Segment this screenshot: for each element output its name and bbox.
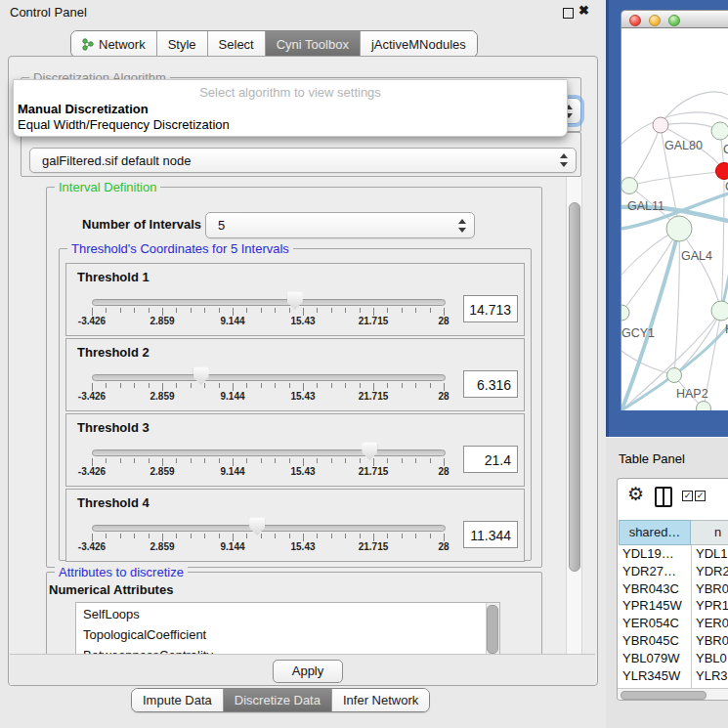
float-window-icon[interactable] — [563, 8, 574, 19]
slider-tick — [275, 458, 276, 463]
slider-thumb[interactable] — [193, 366, 209, 385]
slider-tick-label: 9.144 — [208, 391, 257, 402]
network-node[interactable] — [653, 117, 668, 133]
close-icon[interactable]: ✖ — [578, 3, 589, 18]
network-node[interactable] — [716, 163, 728, 180]
tab-cyni-toolbox[interactable]: Cyni Toolbox — [265, 31, 360, 57]
cyni-toolbox-panel: Discretization Algorithm Table Data galF… — [8, 56, 598, 686]
table-row[interactable]: YLR345WYLR3 — [618, 668, 728, 686]
panel-scrollbar-thumb[interactable] — [569, 202, 580, 572]
zoom-traffic-light-icon[interactable] — [668, 15, 680, 26]
slider-tick — [402, 534, 403, 538]
tab-style[interactable]: Style — [156, 31, 207, 57]
menu-item-manual-discretization[interactable]: Manual Discretization — [18, 102, 149, 116]
tab-select[interactable]: Select — [207, 31, 265, 57]
threshold-value-field[interactable]: 21.4 — [463, 446, 518, 473]
columns-icon[interactable] — [655, 487, 672, 507]
threshold-value-field[interactable]: 11.344 — [463, 521, 518, 548]
slider-tick-label: 28 — [419, 466, 468, 477]
checkbox-icon: ✓ — [682, 491, 693, 501]
cell-name: YPR1 — [696, 598, 728, 613]
slider-tick — [219, 534, 220, 538]
slider-track[interactable] — [92, 374, 446, 381]
slider-tick — [106, 308, 107, 313]
slider-tick — [246, 534, 247, 538]
list-item[interactable]: SelfLoops — [83, 607, 140, 621]
table-row[interactable]: YER054CYER0 — [618, 616, 728, 633]
slider-tick — [360, 383, 361, 388]
table-row[interactable]: YBR043CYBR0 — [618, 581, 728, 599]
tab-discretize-data[interactable]: Discretize Data — [223, 689, 331, 711]
numerical-attributes-list[interactable]: SelfLoopsTopologicalCoefficientBetweenne… — [75, 602, 500, 654]
list-scrollbar[interactable] — [486, 603, 499, 654]
list-scrollbar-thumb[interactable] — [487, 605, 498, 654]
slider-track[interactable] — [92, 450, 446, 456]
column-header-shared-name[interactable]: shared… — [619, 520, 691, 545]
slider-tick — [317, 308, 318, 313]
slider-tick — [317, 383, 318, 388]
slider-tick-label: 28 — [419, 391, 468, 402]
slider-tick-label: 9.144 — [208, 466, 257, 477]
panel-scrollbar[interactable] — [566, 177, 582, 654]
slider-thumb[interactable] — [249, 517, 265, 535]
table-hscrollbar-thumb[interactable] — [621, 691, 707, 700]
apply-button[interactable]: Apply — [273, 660, 343, 683]
threshold-value-field[interactable]: 14.713 — [463, 295, 518, 322]
column-header-name[interactable]: n — [691, 520, 728, 545]
network-node[interactable] — [667, 368, 682, 383]
threshold-row: Threshold 4-3.4262.8599.14415.4321.71528… — [65, 489, 525, 562]
network-node[interactable] — [711, 122, 728, 140]
tab-jactivemnodules[interactable]: jActiveMNodules — [360, 31, 477, 57]
slider-tick — [430, 383, 431, 388]
gear-icon[interactable]: ⚙ — [627, 483, 644, 505]
select-columns-icon[interactable]: ✓ ✓ — [682, 491, 706, 501]
network-node[interactable] — [666, 216, 692, 241]
number-of-intervals-combobox[interactable]: 5 — [205, 212, 475, 238]
slider-tick — [289, 458, 290, 463]
slider-tick — [289, 383, 290, 388]
minimize-traffic-light-icon[interactable] — [649, 15, 661, 26]
network-node[interactable] — [621, 178, 638, 194]
slider-tick — [92, 458, 93, 466]
table-row[interactable]: YDL19…YDL1 — [618, 546, 728, 564]
slider-tick — [233, 383, 234, 391]
network-node[interactable] — [711, 301, 728, 321]
tab-network[interactable]: Network — [71, 31, 156, 57]
table-hscrollbar[interactable] — [618, 688, 728, 701]
slider-track[interactable] — [92, 299, 446, 306]
tab-infer-network[interactable]: Infer Network — [331, 689, 429, 711]
threshold-label: Threshold 1 — [77, 270, 150, 284]
list-item[interactable]: TopologicalCoefficient — [83, 627, 206, 642]
slider-tick — [261, 383, 262, 388]
menu-item-equal-width-frequency[interactable]: Equal Width/Frequency Discretization — [18, 117, 230, 132]
table-row[interactable]: YBR045CYBR0 — [618, 633, 728, 651]
slider-tick — [430, 308, 431, 313]
tab-jactivemnodules-label: jActiveMNodules — [371, 37, 466, 52]
screen: Control Panel ✖ Network Style Select Cyn… — [0, 0, 728, 728]
slider-tick — [430, 458, 431, 463]
slider-thumb[interactable] — [362, 442, 377, 460]
network-node[interactable] — [621, 305, 629, 321]
table-row[interactable]: YDR27…YDR2 — [618, 564, 728, 581]
table-row[interactable]: YBL079WYBL0 — [618, 651, 728, 668]
slider-tick — [345, 458, 346, 463]
network-window-titlebar[interactable] — [621, 10, 728, 28]
threshold-value-field[interactable]: 6.316 — [463, 370, 518, 398]
slider-tick — [106, 383, 107, 388]
slider-tick — [275, 308, 276, 313]
slider-tick — [415, 383, 416, 388]
table-row[interactable]: YPR145WYPR1 — [618, 598, 728, 616]
slider-tick-label: -3.426 — [67, 391, 116, 402]
network-view-frame: GAL80GCGAL11GAL4GCY1HHAP2 — [606, 0, 728, 437]
slider-tick — [191, 383, 192, 388]
tab-impute-data[interactable]: Impute Data — [132, 689, 223, 711]
network-canvas[interactable]: GAL80GCGAL11GAL4GCY1HHAP2 — [621, 28, 728, 410]
cell-shared-name: YDR27… — [622, 564, 676, 578]
slider-track[interactable] — [92, 525, 446, 532]
table-data-combobox[interactable]: galFiltered.sif default node — [29, 148, 577, 173]
slider-tick — [360, 534, 361, 538]
slider-tick — [149, 458, 150, 463]
close-traffic-light-icon[interactable] — [629, 15, 641, 26]
thresholds-group: Threshold's Coordinates for 5 Intervals … — [59, 248, 532, 561]
table-panel: Table Panel ⚙ ✓ ✓ shared… n YDL19…YDL1YD… — [606, 437, 728, 728]
